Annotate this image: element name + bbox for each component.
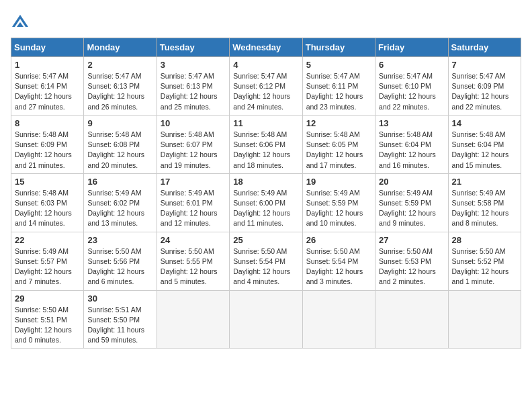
calendar-cell: 7 Sunrise: 5:47 AM Sunset: 6:09 PM Dayli… — [448, 57, 521, 116]
calendar-cell: 10 Sunrise: 5:48 AM Sunset: 6:07 PM Dayl… — [157, 115, 229, 173]
day-info: Sunrise: 5:47 AM Sunset: 6:10 PM Dayligh… — [379, 71, 444, 112]
weekday-header-sunday: Sunday — [11, 38, 84, 57]
calendar-table: SundayMondayTuesdayWednesdayThursdayFrid… — [11, 38, 521, 349]
day-info: Sunrise: 5:48 AM Sunset: 6:07 PM Dayligh… — [161, 130, 226, 171]
calendar-cell: 1 Sunrise: 5:47 AM Sunset: 6:14 PM Dayli… — [11, 57, 84, 116]
day-info: Sunrise: 5:50 AM Sunset: 5:53 PM Dayligh… — [379, 246, 444, 287]
day-info: Sunrise: 5:47 AM Sunset: 6:14 PM Dayligh… — [15, 71, 80, 112]
day-number: 2 — [87, 60, 152, 70]
day-number: 9 — [87, 118, 152, 128]
day-number: 3 — [161, 60, 226, 70]
day-info: Sunrise: 5:47 AM Sunset: 6:09 PM Dayligh… — [452, 71, 517, 112]
day-info: Sunrise: 5:50 AM Sunset: 5:51 PM Dayligh… — [15, 305, 80, 346]
day-info: Sunrise: 5:47 AM Sunset: 6:11 PM Dayligh… — [306, 71, 371, 112]
page-header — [11, 11, 521, 32]
day-number: 5 — [306, 60, 371, 70]
calendar-cell: 8 Sunrise: 5:48 AM Sunset: 6:09 PM Dayli… — [11, 115, 84, 173]
day-number: 19 — [306, 177, 371, 187]
day-number: 24 — [161, 235, 226, 245]
weekday-header-friday: Friday — [375, 38, 448, 57]
day-info: Sunrise: 5:49 AM Sunset: 5:58 PM Dayligh… — [452, 188, 517, 229]
day-number: 7 — [452, 60, 517, 70]
day-info: Sunrise: 5:50 AM Sunset: 5:56 PM Dayligh… — [87, 246, 152, 287]
calendar-cell: 20 Sunrise: 5:49 AM Sunset: 5:59 PM Dayl… — [375, 173, 448, 232]
day-number: 11 — [233, 118, 298, 128]
calendar-cell: 27 Sunrise: 5:50 AM Sunset: 5:53 PM Dayl… — [375, 232, 448, 290]
day-number: 12 — [306, 118, 371, 128]
day-info: Sunrise: 5:49 AM Sunset: 5:59 PM Dayligh… — [306, 188, 371, 229]
calendar-cell: 19 Sunrise: 5:49 AM Sunset: 5:59 PM Dayl… — [302, 173, 375, 232]
day-info: Sunrise: 5:48 AM Sunset: 6:09 PM Dayligh… — [15, 130, 80, 171]
day-info: Sunrise: 5:49 AM Sunset: 5:57 PM Dayligh… — [15, 246, 80, 287]
calendar-cell: 25 Sunrise: 5:50 AM Sunset: 5:54 PM Dayl… — [230, 232, 302, 290]
calendar-cell — [157, 290, 229, 349]
day-info: Sunrise: 5:48 AM Sunset: 6:06 PM Dayligh… — [233, 130, 298, 171]
calendar-cell: 4 Sunrise: 5:47 AM Sunset: 6:12 PM Dayli… — [230, 57, 302, 116]
day-number: 26 — [306, 235, 371, 245]
calendar-cell: 16 Sunrise: 5:49 AM Sunset: 6:02 PM Dayl… — [84, 173, 157, 232]
calendar-week-3: 15 Sunrise: 5:48 AM Sunset: 6:03 PM Dayl… — [11, 173, 521, 232]
day-number: 20 — [379, 177, 444, 187]
calendar-cell — [375, 290, 448, 349]
day-number: 25 — [233, 235, 298, 245]
day-info: Sunrise: 5:48 AM Sunset: 6:04 PM Dayligh… — [452, 130, 517, 171]
calendar-week-5: 29 Sunrise: 5:50 AM Sunset: 5:51 PM Dayl… — [11, 290, 521, 349]
calendar-cell: 6 Sunrise: 5:47 AM Sunset: 6:10 PM Dayli… — [375, 57, 448, 116]
day-info: Sunrise: 5:47 AM Sunset: 6:13 PM Dayligh… — [161, 71, 226, 112]
calendar-cell: 9 Sunrise: 5:48 AM Sunset: 6:08 PM Dayli… — [84, 115, 157, 173]
weekday-header-wednesday: Wednesday — [230, 38, 302, 57]
calendar-cell: 26 Sunrise: 5:50 AM Sunset: 5:54 PM Dayl… — [302, 232, 375, 290]
day-number: 10 — [161, 118, 226, 128]
calendar-cell: 17 Sunrise: 5:49 AM Sunset: 6:01 PM Dayl… — [157, 173, 229, 232]
day-number: 16 — [87, 177, 152, 187]
calendar-cell: 14 Sunrise: 5:48 AM Sunset: 6:04 PM Dayl… — [448, 115, 521, 173]
calendar-cell: 29 Sunrise: 5:50 AM Sunset: 5:51 PM Dayl… — [11, 290, 84, 349]
day-number: 27 — [379, 235, 444, 245]
day-info: Sunrise: 5:48 AM Sunset: 6:03 PM Dayligh… — [15, 188, 80, 229]
day-number: 4 — [233, 60, 298, 70]
day-info: Sunrise: 5:50 AM Sunset: 5:54 PM Dayligh… — [306, 246, 371, 287]
weekday-header-saturday: Saturday — [448, 38, 521, 57]
day-info: Sunrise: 5:50 AM Sunset: 5:55 PM Dayligh… — [161, 246, 226, 287]
calendar-week-1: 1 Sunrise: 5:47 AM Sunset: 6:14 PM Dayli… — [11, 57, 521, 116]
day-number: 15 — [15, 177, 80, 187]
day-info: Sunrise: 5:48 AM Sunset: 6:05 PM Dayligh… — [306, 130, 371, 171]
day-number: 17 — [161, 177, 226, 187]
calendar-week-4: 22 Sunrise: 5:49 AM Sunset: 5:57 PM Dayl… — [11, 232, 521, 290]
day-number: 14 — [452, 118, 517, 128]
day-number: 30 — [87, 293, 152, 304]
calendar-cell: 21 Sunrise: 5:49 AM Sunset: 5:58 PM Dayl… — [448, 173, 521, 232]
logo — [11, 13, 32, 32]
day-number: 23 — [87, 235, 152, 245]
day-number: 6 — [379, 60, 444, 70]
day-info: Sunrise: 5:49 AM Sunset: 6:00 PM Dayligh… — [233, 188, 298, 229]
calendar-cell — [448, 290, 521, 349]
day-number: 28 — [452, 235, 517, 245]
calendar-cell: 23 Sunrise: 5:50 AM Sunset: 5:56 PM Dayl… — [84, 232, 157, 290]
day-number: 22 — [15, 235, 80, 245]
calendar-cell — [230, 290, 302, 349]
day-number: 1 — [15, 60, 80, 70]
calendar-cell: 28 Sunrise: 5:50 AM Sunset: 5:52 PM Dayl… — [448, 232, 521, 290]
calendar-cell: 30 Sunrise: 5:51 AM Sunset: 5:50 PM Dayl… — [84, 290, 157, 349]
weekday-header-monday: Monday — [84, 38, 157, 57]
calendar-cell: 24 Sunrise: 5:50 AM Sunset: 5:55 PM Dayl… — [157, 232, 229, 290]
calendar-cell: 12 Sunrise: 5:48 AM Sunset: 6:05 PM Dayl… — [302, 115, 375, 173]
weekday-header-thursday: Thursday — [302, 38, 375, 57]
logo-icon — [11, 13, 30, 32]
calendar-cell: 15 Sunrise: 5:48 AM Sunset: 6:03 PM Dayl… — [11, 173, 84, 232]
day-info: Sunrise: 5:49 AM Sunset: 6:01 PM Dayligh… — [161, 188, 226, 229]
day-info: Sunrise: 5:47 AM Sunset: 6:13 PM Dayligh… — [87, 71, 152, 112]
calendar-header-row: SundayMondayTuesdayWednesdayThursdayFrid… — [11, 38, 521, 57]
day-info: Sunrise: 5:49 AM Sunset: 6:02 PM Dayligh… — [87, 188, 152, 229]
calendar-cell: 2 Sunrise: 5:47 AM Sunset: 6:13 PM Dayli… — [84, 57, 157, 116]
day-number: 18 — [233, 177, 298, 187]
calendar-week-2: 8 Sunrise: 5:48 AM Sunset: 6:09 PM Dayli… — [11, 115, 521, 173]
day-info: Sunrise: 5:49 AM Sunset: 5:59 PM Dayligh… — [379, 188, 444, 229]
day-info: Sunrise: 5:51 AM Sunset: 5:50 PM Dayligh… — [87, 305, 152, 346]
day-number: 29 — [15, 293, 80, 304]
day-info: Sunrise: 5:50 AM Sunset: 5:54 PM Dayligh… — [233, 246, 298, 287]
calendar-cell — [302, 290, 375, 349]
calendar-cell: 22 Sunrise: 5:49 AM Sunset: 5:57 PM Dayl… — [11, 232, 84, 290]
calendar-cell: 3 Sunrise: 5:47 AM Sunset: 6:13 PM Dayli… — [157, 57, 229, 116]
